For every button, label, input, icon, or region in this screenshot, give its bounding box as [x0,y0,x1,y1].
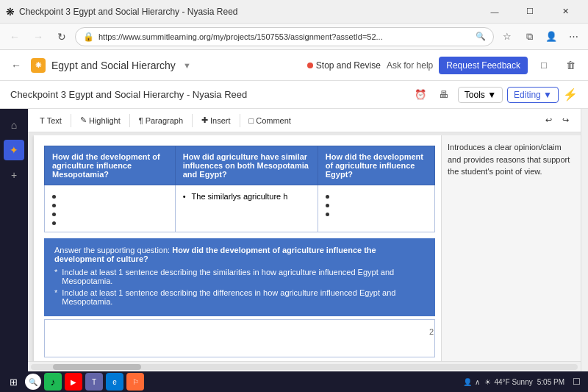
browser-toolbar: ← → ↻ 🔒 https://www.summitlearning.org/m… [0,24,588,50]
app-favicon: ❋ [6,6,15,18]
notification-button[interactable]: ☐ [569,374,584,389]
alert-icon: ⚡ [563,88,578,101]
window-controls: — ☐ ✕ [478,0,582,24]
separator-2 [129,114,130,127]
paragraph-label: Paragraph [146,116,183,125]
separator-3 [192,114,193,127]
text-format-icon: T [40,116,45,125]
print-button[interactable]: 🖶 [434,85,453,104]
bullet-icon [326,204,329,207]
bullet-icon [52,221,56,225]
taskbar-search[interactable]: 🔍 [25,374,41,390]
right-panel-text: Introduces a clear opinion/claim and pro… [448,141,575,178]
answer-bullet-text-2: Include at least 1 sentence describing t… [62,288,425,306]
answer-section: Answer the supporting question: How did … [44,238,435,316]
bullet-dash: • [183,192,186,201]
answer-bullet-marker-2: * [54,288,57,297]
app-header: ← ❋ Egypt and Social Hierarchy ▼ Stop an… [0,50,588,81]
table-cell-2[interactable]: •The similarlys agriculture h [175,185,318,232]
paragraph-button[interactable]: ¶ Paragraph [135,114,187,127]
table-header-2: How did agriculture have similar influen… [175,146,318,185]
taskbar-youtube[interactable]: ▶ [65,373,82,391]
paragraph-icon: ¶ [139,116,143,125]
stop-revise-button[interactable]: Stop and Revise [307,60,381,71]
redo-button[interactable]: ↪ [558,113,573,127]
taskbar-spotify[interactable]: ♪ [44,373,62,391]
editing-dropdown[interactable]: Editing ▼ [507,87,559,103]
right-scrollbar[interactable] [581,109,588,371]
maximize-button[interactable]: ☐ [513,0,547,24]
start-button[interactable]: ⊞ [4,374,22,389]
taskbar-right: 👤 ∧ ☀ 44°F Sunny 5:05 PM ☐ [463,374,584,389]
menu-button[interactable]: ⋯ [563,26,584,47]
taskbar-teams[interactable]: T [85,373,103,391]
table-cell-3[interactable] [318,185,434,232]
taskbar: ⊞ 🔍 ♪ ▶ T e ⚐ 👤 ∧ ☀ 44°F Sunny 5:05 PM ☐ [0,371,588,392]
taskbar-other[interactable]: ⚐ [126,373,144,391]
sidebar-plus-icon[interactable]: + [4,165,24,185]
content-table: How did the development of agriculture i… [44,146,435,232]
table-header-3: How did the development of agriculture i… [318,146,434,185]
bullet-icon [326,213,329,216]
insert-label: Insert [210,116,231,125]
table-cell-1[interactable] [45,185,176,232]
table-header-1: How did the development of agriculture i… [45,146,176,185]
taskbar-people-icon[interactable]: 👤 [463,378,472,386]
tools-dropdown[interactable]: Tools ▼ [458,87,503,103]
answer-text-area[interactable] [44,319,435,357]
insert-button[interactable]: ✚ Insert [197,113,235,127]
history-button[interactable]: ⏰ [411,85,430,104]
highlight-button[interactable]: ✎ Highlight [76,113,125,127]
back-button[interactable]: ← [4,26,25,47]
ask-help-link[interactable]: Ask for help [387,60,433,71]
answer-title: Answer the supporting question: How did … [54,246,425,263]
summit-logo: ❋ [31,58,46,73]
bullet-icon [52,213,56,216]
stop-dot-icon [307,63,313,68]
refresh-button[interactable]: ↻ [51,26,72,47]
bullet-icon [326,195,329,199]
sidebar-home-icon[interactable]: ⌂ [4,115,24,135]
doc-header: Checkpoint 3 Egypt and Social Hierarchy … [0,81,588,109]
comment-label: Comment [256,116,291,125]
app-title: Egypt and Social Hierarchy [51,60,176,71]
doc-page: How did the development of agriculture i… [34,135,441,361]
scrollbar-thumb[interactable] [53,364,141,370]
bullet-icon [52,204,56,207]
text-format-button[interactable]: T Text [35,114,66,127]
answer-bullet-text-1: Include at least 1 sentence describing t… [62,268,425,285]
taskbar-system-tray[interactable]: ∧ [475,378,480,386]
stop-revise-label: Stop and Revise [316,60,381,71]
profile-button[interactable]: 👤 [541,26,562,47]
answer-bullet-marker-1: * [54,268,57,277]
taskbar-edge[interactable]: e [106,373,123,391]
close-button[interactable]: ✕ [548,0,582,24]
address-bar[interactable]: 🔒 https://www.summitlearning.org/my/proj… [75,27,494,46]
delete-button[interactable]: 🗑 [560,55,581,76]
answer-prefix: Answer the supporting question: [54,246,172,254]
scrollbar-track[interactable] [31,364,578,370]
sidebar-star-icon[interactable]: ✦ [4,140,24,160]
app-title-dropdown-icon[interactable]: ▼ [183,61,191,70]
comment-icon: □ [249,116,254,125]
highlight-label: Highlight [89,116,121,125]
taskbar-weather: ☀ 44°F Sunny [484,378,532,386]
answer-bullet-2: * Include at least 1 sentence describing… [54,288,425,306]
share-button[interactable]: □ [534,55,554,76]
table-cell-2-text: The similarlys agriculture h [192,192,288,201]
forward-button[interactable]: → [28,26,49,47]
left-sidebar: ⌂ ✦ + [0,109,28,371]
bottom-scrollbar[interactable] [28,361,581,371]
bullet-icon [52,195,56,199]
undo-button[interactable]: ↩ [541,113,556,127]
title-bar: ❋ Checkpoint 3 Egypt and Social Hierarch… [0,0,588,24]
minimize-button[interactable]: — [478,0,512,24]
request-feedback-button[interactable]: Request Feedback [439,57,528,74]
text-format-label: Text [47,116,62,125]
collections-button[interactable]: ⧉ [519,26,539,47]
main-area: ⌂ ✦ + T Text ✎ Highlight ¶ Paragraph [0,109,588,371]
url-text: https://www.summitlearning.org/my/projec… [98,32,471,41]
app-back-button[interactable]: ← [7,57,25,74]
comment-button[interactable]: □ Comment [245,114,295,127]
star-button[interactable]: ☆ [497,26,517,47]
